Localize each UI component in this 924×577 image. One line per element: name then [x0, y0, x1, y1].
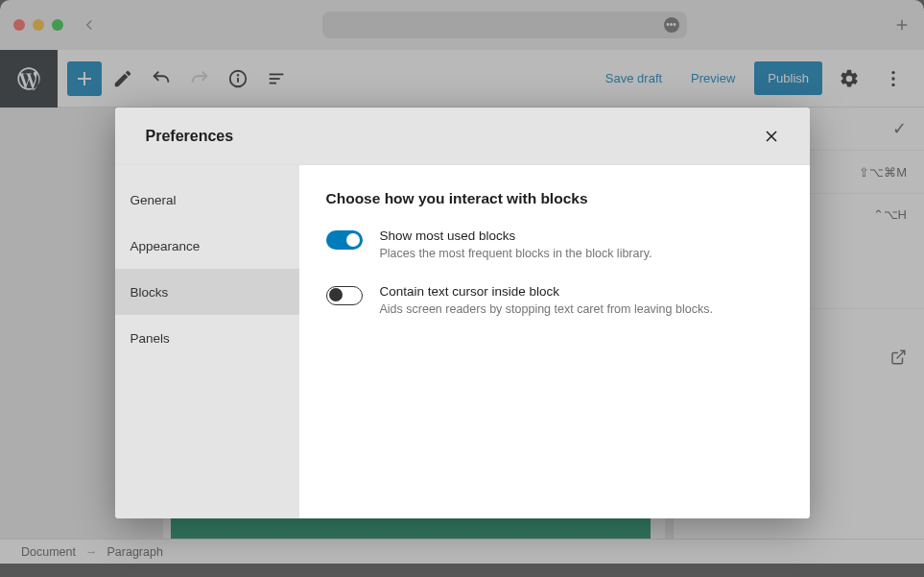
nav-item-general[interactable]: General [115, 177, 299, 223]
nav-item-appearance[interactable]: Appearance [115, 223, 299, 269]
setting-contain-cursor: Contain text cursor inside block Aids sc… [326, 284, 783, 319]
nav-item-panels[interactable]: Panels [115, 315, 299, 361]
modal-nav: General Appearance Blocks Panels [115, 165, 299, 518]
nav-label: Blocks [130, 285, 169, 300]
toggle-show-most-used-blocks[interactable] [326, 230, 363, 250]
setting-show-most-used-blocks: Show most used blocks Places the most fr… [326, 228, 783, 263]
nav-label: General [130, 193, 177, 207]
setting-description: Places the most frequent blocks in the b… [380, 246, 652, 263]
setting-text: Contain text cursor inside block Aids sc… [380, 284, 713, 319]
nav-item-blocks[interactable]: Blocks [115, 269, 299, 315]
nav-label: Appearance [130, 239, 201, 253]
toggle-knob [346, 233, 360, 247]
modal-content: Choose how you interact with blocks Show… [299, 165, 810, 518]
setting-label: Show most used blocks [380, 228, 652, 243]
modal-header: Preferences [115, 108, 810, 165]
setting-description: Aids screen readers by stopping text car… [380, 301, 713, 319]
toggle-contain-cursor[interactable] [326, 286, 363, 305]
toggle-knob [329, 288, 343, 301]
modal-close-button[interactable] [756, 121, 787, 152]
setting-text: Show most used blocks Places the most fr… [380, 228, 652, 263]
nav-label: Panels [130, 331, 170, 346]
preferences-modal: Preferences General Appearance Blocks Pa… [115, 108, 810, 518]
section-heading: Choose how you interact with blocks [326, 190, 783, 207]
modal-title: Preferences [146, 128, 234, 145]
setting-label: Contain text cursor inside block [380, 284, 713, 299]
